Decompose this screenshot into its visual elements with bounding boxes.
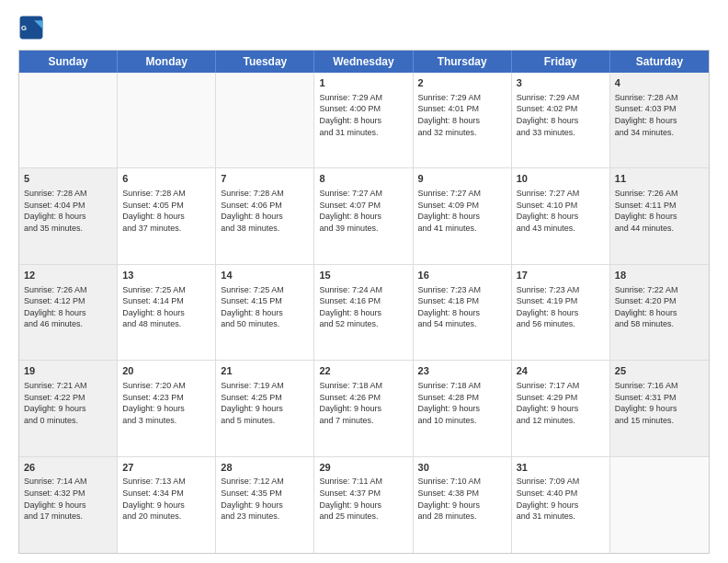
day-detail: Sunrise: 7:18 AM Sunset: 4:28 PM Dayligh… bbox=[418, 380, 506, 426]
day-cell-31: 31Sunrise: 7:09 AM Sunset: 4:40 PM Dayli… bbox=[512, 457, 610, 553]
empty-cell-4-6 bbox=[610, 457, 709, 553]
day-cell-22: 22Sunrise: 7:18 AM Sunset: 4:26 PM Dayli… bbox=[314, 361, 413, 455]
day-number: 1 bbox=[319, 76, 407, 90]
day-detail: Sunrise: 7:28 AM Sunset: 4:03 PM Dayligh… bbox=[615, 92, 704, 138]
week-row-4: 19Sunrise: 7:21 AM Sunset: 4:22 PM Dayli… bbox=[19, 361, 709, 456]
day-number: 16 bbox=[418, 269, 506, 282]
day-number: 24 bbox=[517, 364, 605, 378]
day-number: 13 bbox=[122, 269, 210, 282]
day-detail: Sunrise: 7:23 AM Sunset: 4:18 PM Dayligh… bbox=[418, 284, 506, 330]
day-detail: Sunrise: 7:25 AM Sunset: 4:14 PM Dayligh… bbox=[122, 284, 210, 330]
day-detail: Sunrise: 7:10 AM Sunset: 4:38 PM Dayligh… bbox=[418, 476, 506, 522]
logo: G bbox=[18, 15, 48, 40]
day-number: 25 bbox=[615, 364, 704, 378]
day-detail: Sunrise: 7:27 AM Sunset: 4:09 PM Dayligh… bbox=[418, 188, 506, 234]
weekday-header-thursday: Thursday bbox=[414, 51, 512, 73]
day-cell-20: 20Sunrise: 7:20 AM Sunset: 4:23 PM Dayli… bbox=[118, 361, 216, 455]
day-number: 21 bbox=[221, 364, 309, 378]
day-cell-12: 12Sunrise: 7:26 AM Sunset: 4:12 PM Dayli… bbox=[19, 265, 118, 360]
day-cell-16: 16Sunrise: 7:23 AM Sunset: 4:18 PM Dayli… bbox=[414, 265, 512, 360]
day-number: 15 bbox=[319, 269, 407, 282]
day-number: 9 bbox=[418, 172, 506, 186]
day-cell-21: 21Sunrise: 7:19 AM Sunset: 4:25 PM Dayli… bbox=[216, 361, 314, 455]
day-number: 4 bbox=[615, 76, 704, 90]
day-detail: Sunrise: 7:14 AM Sunset: 4:32 PM Dayligh… bbox=[24, 476, 112, 522]
day-number: 28 bbox=[221, 461, 309, 475]
empty-cell-0-2 bbox=[216, 73, 314, 167]
calendar-header: SundayMondayTuesdayWednesdayThursdayFrid… bbox=[19, 51, 709, 73]
week-row-5: 26Sunrise: 7:14 AM Sunset: 4:32 PM Dayli… bbox=[19, 457, 709, 553]
logo-icon: G bbox=[18, 15, 44, 40]
day-cell-17: 17Sunrise: 7:23 AM Sunset: 4:19 PM Dayli… bbox=[512, 265, 610, 360]
day-number: 2 bbox=[418, 76, 506, 90]
day-detail: Sunrise: 7:27 AM Sunset: 4:07 PM Dayligh… bbox=[319, 188, 407, 234]
day-detail: Sunrise: 7:25 AM Sunset: 4:15 PM Dayligh… bbox=[221, 284, 309, 330]
day-detail: Sunrise: 7:13 AM Sunset: 4:34 PM Dayligh… bbox=[122, 476, 210, 522]
page: G SundayMondayTuesdayWednesdayThursdayFr… bbox=[0, 0, 728, 563]
day-number: 8 bbox=[319, 172, 407, 186]
day-cell-25: 25Sunrise: 7:16 AM Sunset: 4:31 PM Dayli… bbox=[610, 361, 709, 455]
week-row-3: 12Sunrise: 7:26 AM Sunset: 4:12 PM Dayli… bbox=[19, 265, 709, 361]
day-cell-7: 7Sunrise: 7:28 AM Sunset: 4:06 PM Daylig… bbox=[216, 168, 314, 263]
day-detail: Sunrise: 7:19 AM Sunset: 4:25 PM Dayligh… bbox=[221, 380, 309, 426]
day-cell-30: 30Sunrise: 7:10 AM Sunset: 4:38 PM Dayli… bbox=[414, 457, 512, 553]
day-number: 19 bbox=[24, 364, 112, 378]
weekday-header-saturday: Saturday bbox=[610, 51, 709, 73]
day-cell-15: 15Sunrise: 7:24 AM Sunset: 4:16 PM Dayli… bbox=[314, 265, 413, 360]
empty-cell-0-0 bbox=[19, 73, 118, 167]
day-detail: Sunrise: 7:11 AM Sunset: 4:37 PM Dayligh… bbox=[319, 476, 407, 522]
day-cell-5: 5Sunrise: 7:28 AM Sunset: 4:04 PM Daylig… bbox=[19, 168, 118, 263]
weekday-header-wednesday: Wednesday bbox=[314, 51, 413, 73]
day-detail: Sunrise: 7:26 AM Sunset: 4:12 PM Dayligh… bbox=[24, 284, 112, 330]
day-cell-1: 1Sunrise: 7:29 AM Sunset: 4:00 PM Daylig… bbox=[314, 73, 413, 167]
week-row-2: 5Sunrise: 7:28 AM Sunset: 4:04 PM Daylig… bbox=[19, 168, 709, 264]
day-cell-28: 28Sunrise: 7:12 AM Sunset: 4:35 PM Dayli… bbox=[216, 457, 314, 553]
day-cell-23: 23Sunrise: 7:18 AM Sunset: 4:28 PM Dayli… bbox=[414, 361, 512, 455]
day-detail: Sunrise: 7:29 AM Sunset: 4:01 PM Dayligh… bbox=[418, 92, 506, 138]
day-cell-13: 13Sunrise: 7:25 AM Sunset: 4:14 PM Dayli… bbox=[118, 265, 216, 360]
calendar: SundayMondayTuesdayWednesdayThursdayFrid… bbox=[18, 50, 710, 554]
day-cell-29: 29Sunrise: 7:11 AM Sunset: 4:37 PM Dayli… bbox=[314, 457, 413, 553]
day-number: 5 bbox=[24, 172, 112, 186]
day-detail: Sunrise: 7:28 AM Sunset: 4:05 PM Dayligh… bbox=[122, 188, 210, 234]
day-detail: Sunrise: 7:27 AM Sunset: 4:10 PM Dayligh… bbox=[517, 188, 605, 234]
day-cell-4: 4Sunrise: 7:28 AM Sunset: 4:03 PM Daylig… bbox=[610, 73, 709, 167]
day-number: 20 bbox=[122, 364, 210, 378]
day-detail: Sunrise: 7:29 AM Sunset: 4:00 PM Dayligh… bbox=[319, 92, 407, 138]
day-detail: Sunrise: 7:23 AM Sunset: 4:19 PM Dayligh… bbox=[517, 284, 605, 330]
weekday-header-tuesday: Tuesday bbox=[216, 51, 314, 73]
day-cell-24: 24Sunrise: 7:17 AM Sunset: 4:29 PM Dayli… bbox=[512, 361, 610, 455]
day-number: 11 bbox=[615, 172, 704, 186]
day-cell-6: 6Sunrise: 7:28 AM Sunset: 4:05 PM Daylig… bbox=[118, 168, 216, 263]
day-number: 31 bbox=[517, 461, 605, 475]
day-detail: Sunrise: 7:21 AM Sunset: 4:22 PM Dayligh… bbox=[24, 380, 112, 426]
day-cell-19: 19Sunrise: 7:21 AM Sunset: 4:22 PM Dayli… bbox=[19, 361, 118, 455]
day-number: 17 bbox=[517, 269, 605, 282]
day-detail: Sunrise: 7:29 AM Sunset: 4:02 PM Dayligh… bbox=[517, 92, 605, 138]
day-cell-11: 11Sunrise: 7:26 AM Sunset: 4:11 PM Dayli… bbox=[610, 168, 709, 263]
day-detail: Sunrise: 7:22 AM Sunset: 4:20 PM Dayligh… bbox=[615, 284, 704, 330]
day-cell-9: 9Sunrise: 7:27 AM Sunset: 4:09 PM Daylig… bbox=[414, 168, 512, 263]
day-detail: Sunrise: 7:26 AM Sunset: 4:11 PM Dayligh… bbox=[615, 188, 704, 234]
day-number: 26 bbox=[24, 461, 112, 475]
day-cell-3: 3Sunrise: 7:29 AM Sunset: 4:02 PM Daylig… bbox=[512, 73, 610, 167]
day-cell-2: 2Sunrise: 7:29 AM Sunset: 4:01 PM Daylig… bbox=[414, 73, 512, 167]
calendar-body: 1Sunrise: 7:29 AM Sunset: 4:00 PM Daylig… bbox=[19, 73, 709, 553]
weekday-header-friday: Friday bbox=[512, 51, 610, 73]
weekday-header-sunday: Sunday bbox=[19, 51, 118, 73]
day-cell-26: 26Sunrise: 7:14 AM Sunset: 4:32 PM Dayli… bbox=[19, 457, 118, 553]
day-detail: Sunrise: 7:09 AM Sunset: 4:40 PM Dayligh… bbox=[517, 476, 605, 522]
day-detail: Sunrise: 7:28 AM Sunset: 4:04 PM Dayligh… bbox=[24, 188, 112, 234]
header: G bbox=[18, 15, 710, 40]
day-number: 12 bbox=[24, 269, 112, 282]
day-number: 30 bbox=[418, 461, 506, 475]
day-detail: Sunrise: 7:17 AM Sunset: 4:29 PM Dayligh… bbox=[517, 380, 605, 426]
day-number: 29 bbox=[319, 461, 407, 475]
day-detail: Sunrise: 7:12 AM Sunset: 4:35 PM Dayligh… bbox=[221, 476, 309, 522]
svg-text:G: G bbox=[21, 24, 27, 32]
day-number: 18 bbox=[615, 269, 704, 282]
day-detail: Sunrise: 7:24 AM Sunset: 4:16 PM Dayligh… bbox=[319, 284, 407, 330]
day-number: 23 bbox=[418, 364, 506, 378]
day-detail: Sunrise: 7:18 AM Sunset: 4:26 PM Dayligh… bbox=[319, 380, 407, 426]
day-number: 14 bbox=[221, 269, 309, 282]
